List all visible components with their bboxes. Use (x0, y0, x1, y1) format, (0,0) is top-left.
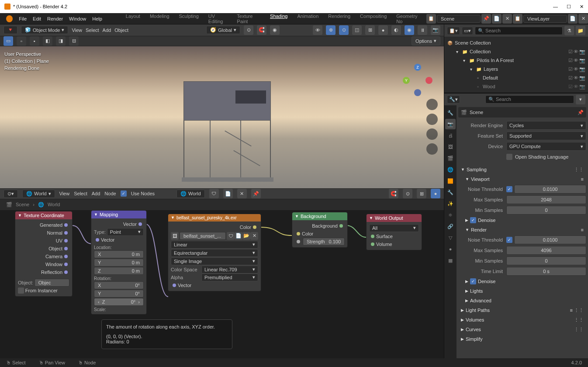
camera-view-icon[interactable] (426, 128, 438, 140)
menu-help[interactable]: Help (92, 16, 102, 21)
pin-icon[interactable]: 📌 (481, 14, 491, 24)
filter-icon[interactable]: ⚗ (564, 26, 574, 35)
menu-window[interactable]: Window (69, 16, 86, 21)
tab-sculpting[interactable]: Sculpting (179, 14, 199, 24)
xray-icon[interactable]: ◫ (352, 25, 362, 35)
pin-icon[interactable]: 📌 (578, 110, 584, 115)
pan-icon[interactable] (426, 114, 438, 125)
viewlayer-icon[interactable]: 📋 (513, 14, 522, 24)
ne-snap-icon[interactable]: 🧲 (389, 189, 398, 198)
tab-layout[interactable]: Layout (126, 14, 140, 24)
rd-min-samples[interactable]: 0 (506, 256, 586, 265)
props-options-icon[interactable]: ▾ (576, 95, 585, 104)
delete-layer-icon[interactable]: ✕ (578, 14, 588, 24)
node-world-output[interactable]: ▼World Output All▾ Surface Volume (366, 214, 422, 250)
vp-min-samples[interactable]: 0 (506, 206, 586, 215)
feature-set-select[interactable]: Supported▾ (506, 132, 586, 140)
tab-animation[interactable]: Animation (297, 14, 318, 24)
ptab-viewlayer[interactable]: 🖼 (445, 142, 456, 152)
copy-icon[interactable]: 📄 (492, 14, 502, 24)
menu-edit[interactable]: Edit (33, 16, 41, 21)
mapping-vector-in[interactable]: Vector (94, 236, 144, 244)
active-tool-icon[interactable]: ▭ (3, 36, 13, 46)
viewport-3d[interactable]: User Perspective (1) Collection | Plane … (0, 46, 444, 188)
output-normal[interactable]: Normal (18, 229, 69, 237)
env-projection[interactable]: Equirectangular▾ (171, 249, 258, 257)
outliner-item[interactable]: ▾📁Collection☑👁📷 (444, 47, 588, 56)
minimize-icon[interactable]: — (553, 4, 558, 10)
world-dropdown[interactable]: 🌐 World ▾ (22, 190, 55, 198)
node-environment-texture[interactable]: ▼belfast_sunset_puresky_4k.exr Color 🖼 b… (168, 214, 261, 291)
outliner-item[interactable]: ▾📁Layers☑👁📷 (444, 65, 588, 73)
ne-overlay-icon[interactable]: ⊙ (403, 189, 412, 198)
world-out-target[interactable]: All▾ (369, 224, 419, 232)
tab-compositing[interactable]: Compositing (360, 14, 387, 24)
pivot-icon[interactable]: ⊙ (244, 25, 253, 35)
time-limit[interactable]: 0 s (506, 267, 586, 276)
sel-mode-1[interactable]: ▫ (17, 36, 26, 46)
mapping-vector-out[interactable]: Vector (94, 220, 144, 228)
axis-neg-icon[interactable] (414, 89, 421, 96)
env-frame[interactable]: Single Image▾ (171, 257, 258, 265)
advanced-section[interactable]: ▶Advanced (458, 296, 586, 305)
render-engine-select[interactable]: Cycles▾ (506, 121, 586, 130)
ne-arrange-icon[interactable]: ⊞ (417, 189, 426, 198)
node-editor-view[interactable]: ▼Texture Coordinate Generated Normal UV … (0, 210, 444, 358)
ne-select[interactable]: Select (74, 191, 87, 196)
blender-logo-icon[interactable] (6, 15, 13, 22)
viewport-section[interactable]: ▼Viewport≡ (458, 174, 586, 184)
tab-modeling[interactable]: Modeling (150, 14, 169, 24)
image-browse-icon[interactable]: 🖼 (171, 232, 179, 240)
sel-mode-4[interactable]: ◨ (56, 36, 66, 46)
vp-menu-select[interactable]: Select (86, 28, 99, 33)
location-x[interactable]: X0 m (94, 250, 144, 258)
shading-solid-icon[interactable]: ● (378, 25, 388, 35)
world-out-surface[interactable]: Surface (369, 232, 419, 240)
render-section[interactable]: ▼Render≡ (458, 225, 586, 235)
axis-x-icon[interactable] (425, 77, 432, 84)
osl-checkbox[interactable] (506, 154, 512, 160)
ptab-texture[interactable]: ▦ (445, 255, 456, 266)
perspective-icon[interactable] (426, 143, 438, 155)
ptab-particles[interactable]: ✨ (445, 198, 456, 209)
ne-add[interactable]: Add (92, 191, 100, 196)
vp-menu-object[interactable]: Object (114, 28, 128, 33)
outliner-item[interactable]: ▫Default☑👁📷 (444, 73, 588, 82)
db-pin-icon[interactable]: 📌 (251, 189, 261, 198)
world-out-volume[interactable]: Volume (369, 240, 419, 248)
sel-mode-5[interactable]: ⊟ (69, 36, 79, 46)
scene-name[interactable]: Scene (437, 15, 481, 23)
copy-layer-icon[interactable]: 📄 (568, 14, 578, 24)
lights-section[interactable]: ▶Lights (458, 286, 586, 296)
proportional-icon[interactable]: ◉ (270, 25, 280, 35)
image-fake-icon[interactable]: 🛡 (227, 232, 235, 240)
shading-material-icon[interactable]: ◐ (391, 25, 401, 35)
tab-texpaint[interactable]: Texture Paint (237, 14, 260, 24)
device-select[interactable]: GPU Compute▾ (506, 142, 586, 151)
ne-view[interactable]: View (59, 191, 70, 196)
location-z[interactable]: Z0 m (94, 267, 144, 275)
node-mapping[interactable]: ▼Mapping Vector Type: Point▾ Vector Loca… (91, 210, 147, 315)
axis-y-icon[interactable]: Y (403, 77, 410, 84)
db-fake-user-icon[interactable]: 🛡 (209, 189, 219, 198)
viewlayer-name[interactable]: ViewLayer (523, 15, 567, 23)
new-collection-icon[interactable]: 📁 (576, 26, 585, 35)
ptab-scene[interactable]: 🎬 (445, 153, 456, 163)
node-texture-coordinate[interactable]: ▼Texture Coordinate Generated Normal UV … (15, 211, 73, 297)
image-open-icon[interactable]: 📂 (242, 232, 250, 240)
menu-file[interactable]: File (19, 16, 27, 21)
overlay-icon[interactable]: ⊙ (339, 25, 349, 35)
bc-world[interactable]: World (48, 202, 60, 207)
outliner-display[interactable]: ▭▾ (462, 27, 473, 35)
rotation-x[interactable]: X0° (94, 281, 144, 289)
output-camera[interactable]: Camera (18, 253, 69, 260)
env-vector-in[interactable]: Vector (171, 281, 258, 289)
ptab-object[interactable]: 🟧 (445, 176, 456, 186)
bc-scene[interactable]: Scene (16, 202, 29, 207)
db-unlink-icon[interactable]: ✕ (237, 189, 247, 198)
ptab-physics[interactable]: ⚛ (445, 210, 456, 220)
vp-denoise-section[interactable]: ▶✓Denoise (458, 215, 586, 225)
props-editor-type[interactable]: 🔧▾ (447, 95, 460, 104)
bg-color-in[interactable]: Color (295, 230, 345, 238)
location-y[interactable]: Y0 m (94, 259, 144, 267)
